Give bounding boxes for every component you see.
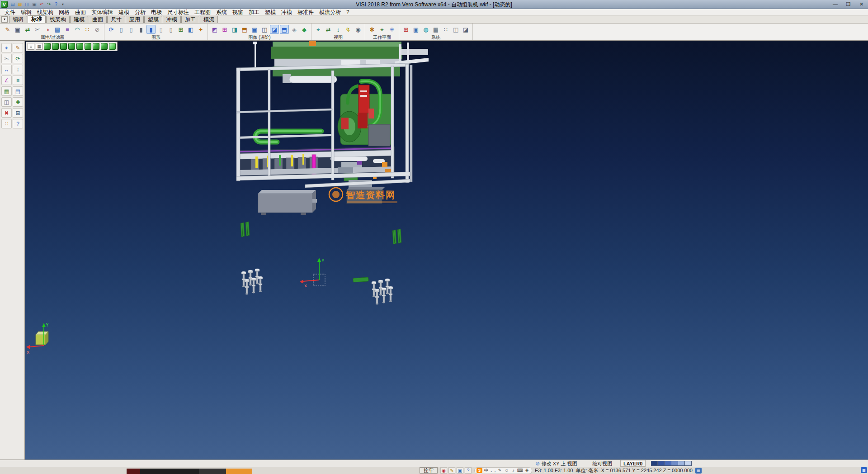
menu-item-塑模[interactable]: 塑模 [262,9,278,16]
menu-item-系统[interactable]: 系统 [213,9,230,16]
workplane-display-icon[interactable]: ◫ [451,25,460,34]
ime-lang-mode[interactable]: 中 [483,468,489,474]
render-quality-icon[interactable]: ✦ [196,25,205,34]
sogou-logo-icon[interactable]: S [476,468,482,473]
edit-geometry-icon[interactable]: ✎ [13,43,23,52]
color-filter-icon[interactable]: ◑ [43,25,52,34]
rotate-icon[interactable]: ⟳ [13,54,23,63]
close-button[interactable]: ✕ [855,0,868,9]
box-display-icon[interactable]: ⊞ [176,25,185,34]
rotate-view-icon[interactable]: ◉ [354,25,363,34]
edit-properties-icon[interactable]: ✎ [3,25,12,34]
points-icon[interactable]: ∷ [1,119,12,128]
capture-icon[interactable]: ▣ [457,467,463,474]
front-view-icon[interactable] [52,43,59,50]
help-status-icon[interactable]: ? [465,467,472,474]
menu-item-曲面[interactable]: 曲面 [72,9,89,16]
layer-color-segment[interactable] [651,461,658,466]
measure-icon[interactable]: ∠ [1,76,12,85]
menu-item-?[interactable]: ? [344,9,352,16]
dynamic-zoom-icon[interactable]: ↕ [334,25,343,34]
tab-标准[interactable]: 标准 [28,15,46,23]
layer-filter-icon[interactable]: ▤ [53,25,62,34]
gem-render-icon[interactable]: ◆ [300,25,309,34]
help-icon[interactable]: ? [52,1,60,8]
tab-模流[interactable]: 模流 [200,16,218,23]
open-file-icon[interactable]: ▦ [16,1,24,8]
top-view-icon[interactable] [85,43,91,50]
redo-icon[interactable]: ↷ [45,1,52,8]
wireframe-display-icon[interactable]: ▯ [117,25,126,34]
menu-item-文件[interactable]: 文件 [2,9,18,16]
duplicate-icon[interactable]: ⊞ [13,108,23,118]
new-document-icon[interactable]: ▤ [9,1,16,8]
reflection-icon[interactable]: ◈ [290,25,299,34]
image-capture-icon[interactable]: ▣ [250,25,259,34]
record-icon[interactable]: ◉ [440,467,447,474]
offset-icon[interactable]: ✚ [13,97,23,107]
cut-elements-icon[interactable]: ✂ [33,25,42,34]
ime-mic-icon[interactable]: ♪ [510,468,516,474]
iso-view-icon[interactable] [44,43,51,50]
arc-filter-icon[interactable]: ◠ [73,25,82,34]
taskbar-app-fragment[interactable] [199,469,226,474]
shadow-mode-icon[interactable]: ⬒ [280,25,289,34]
snap-settings-icon[interactable]: ▦ [695,468,702,474]
layer-color-segment[interactable] [671,461,678,466]
zoom-select-icon[interactable]: ⌖ [1,43,12,52]
layers-icon[interactable]: ▤ [13,86,23,96]
menu-item-实体编辑[interactable]: 实体编辑 [89,9,116,16]
shaded-display-icon[interactable]: ▮ [137,25,146,34]
regenerate-icon[interactable]: ⟳ [107,25,116,34]
dynamic-view-icon[interactable] [109,43,116,50]
workplane-align-icon[interactable]: ✳ [387,25,396,34]
snap-grid-icon[interactable]: ∷ [441,25,450,34]
multi-view-icon[interactable]: ⊞ [220,25,229,34]
point-display-icon[interactable]: ▯ [166,25,175,34]
menu-item-尺寸标注[interactable]: 尺寸标注 [165,9,192,16]
line-filter-icon[interactable]: ≡ [63,25,72,34]
viewport-3d[interactable]: ≡▦ [25,41,868,460]
save-icon[interactable]: ◫ [24,1,31,8]
menu-item-网格[interactable]: 网格 [56,9,72,16]
ime-keyboard-icon[interactable]: ⌨ [517,468,523,474]
delete-icon[interactable]: ✖ [1,108,12,118]
lock-button[interactable]: 拴牢 [420,467,438,474]
view-manager-icon[interactable]: ≡ [28,43,34,50]
named-views-icon[interactable]: ▦ [36,43,42,50]
undo-icon[interactable]: ↶ [38,1,45,8]
align-icon[interactable]: ≡ [13,76,23,85]
copy-attributes-icon[interactable]: ⇄ [23,25,32,34]
section-plane-icon[interactable]: ◪ [461,25,470,34]
menu-item-工程图[interactable]: 工程图 [192,9,213,16]
display-settings-icon[interactable]: ▣ [411,25,420,34]
print-icon[interactable]: ▣ [31,1,38,8]
menu-item-建模[interactable]: 建模 [116,9,132,16]
minimize-button[interactable]: — [829,0,842,9]
menu-item-电极[interactable]: 电极 [148,9,165,16]
taskbar-app-fragment[interactable] [127,469,140,474]
dynamic-section-icon[interactable]: ◫ [260,25,269,34]
tab-曲面[interactable]: 曲面 [89,16,107,23]
reset-filter-icon[interactable]: ⊘ [93,25,102,34]
tab-线架构[interactable]: 线架构 [46,16,70,23]
iso-rear-view-icon[interactable] [101,43,108,50]
highlight-edges-icon[interactable]: ◪ [270,25,279,34]
bounding-box-icon[interactable]: ◧ [186,25,195,34]
layer-color-segment[interactable] [678,461,685,466]
system-colors-icon[interactable]: ⊞ [401,25,410,34]
menu-item-冲模[interactable]: 冲模 [278,9,295,16]
ime-pencil-icon[interactable]: ✎ [497,468,503,474]
hidden-line-icon[interactable]: ▯ [127,25,136,34]
transparency-icon[interactable]: ▯ [156,25,165,34]
ime-toolbox-icon[interactable]: ✚ [524,468,530,474]
section-view-icon[interactable]: ◨ [230,25,239,34]
zoom-window-icon[interactable]: ⌖ [314,25,323,34]
grid-table-icon[interactable]: ▦ [431,25,440,34]
tab-尺寸[interactable]: 尺寸 [107,16,125,23]
menu-item-模流分析[interactable]: 模流分析 [316,9,344,16]
stereo-view-icon[interactable]: ◩ [210,25,219,34]
tab-建模[interactable]: 建模 [70,16,88,23]
lightning-refresh-icon[interactable]: ↯ [344,25,353,34]
menu-item-加工[interactable]: 加工 [246,9,262,16]
